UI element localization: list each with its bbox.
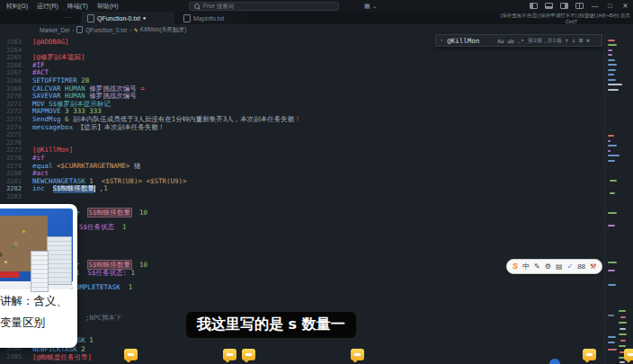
chat-bubble-emoji-icon[interactable] bbox=[624, 349, 633, 360]
menu-item[interactable]: 终端(T) bbox=[63, 2, 93, 11]
code-editor[interactable]: 2263[@ADDBAG]22642265[@修罗副本返回]2266#IF226… bbox=[0, 39, 604, 200]
line-number: 2273 bbox=[0, 116, 22, 124]
match-case-icon[interactable]: Aa bbox=[497, 38, 504, 44]
code-line[interactable]: 2275 bbox=[0, 131, 604, 139]
minimap-mark bbox=[608, 155, 620, 156]
menu-item[interactable]: 运行(R) bbox=[32, 2, 63, 11]
file-icon bbox=[76, 26, 83, 33]
code-token-prp: S$任务状态 bbox=[79, 223, 114, 231]
code-fragment[interactable]: OMPLETETASK 1 bbox=[76, 283, 132, 291]
find-in-selection-icon[interactable]: ⊟ bbox=[579, 37, 583, 44]
minimap[interactable] bbox=[606, 34, 633, 364]
chevron-down-icon: ⌄ bbox=[372, 3, 378, 10]
code-fragment[interactable]: ;NPC脚本下 bbox=[85, 314, 122, 322]
chat-bubble-emoji-icon[interactable] bbox=[351, 349, 364, 360]
minimap-mark bbox=[610, 192, 615, 194]
code-fragment[interactable]: e S$蜘蛛怪数量 10 bbox=[76, 209, 147, 217]
menu-bar: 转到(G)运行(R)终端(T)帮助(H) bbox=[2, 0, 123, 12]
find-expand-icon[interactable]: › bbox=[440, 37, 443, 44]
code-token-cmd: messagebox bbox=[32, 124, 73, 132]
minimap-mark bbox=[619, 322, 627, 324]
handwriting-icon[interactable]: ✎ bbox=[534, 261, 540, 272]
line-number: 2282 bbox=[0, 185, 22, 193]
minimap-mark bbox=[608, 74, 614, 75]
minimap-mark bbox=[608, 160, 615, 162]
card-caption-line1: 讲解：含义、 bbox=[0, 294, 67, 309]
minimap-mark bbox=[608, 342, 615, 343]
line-number: 2267 bbox=[0, 69, 22, 77]
layout-grid-button[interactable]: ▦ ⌄ bbox=[364, 1, 378, 11]
toolbox-icon[interactable]: ⚒ bbox=[590, 261, 596, 272]
regex-icon[interactable]: .* bbox=[518, 38, 524, 44]
minimap-mark bbox=[608, 262, 617, 263]
code-line[interactable]: 2276 bbox=[0, 139, 604, 147]
chat-bubble-emoji-icon[interactable] bbox=[583, 349, 596, 360]
minimap-mark bbox=[619, 345, 626, 347]
toggle-panel-icon[interactable] bbox=[545, 3, 553, 9]
find-input[interactable]: @KillMon bbox=[447, 37, 494, 45]
sogou-logo-icon[interactable]: S bbox=[513, 261, 518, 272]
card-caption-line2: 变量区别 bbox=[0, 315, 45, 331]
code-line[interactable]: 2267#ACT bbox=[0, 69, 604, 77]
code-token-lbl: [@蜘蛛蛋任务引导] bbox=[32, 353, 92, 362]
minimap-mark bbox=[608, 140, 611, 142]
code-token-match: S$蜘蛛怪数量 bbox=[87, 208, 133, 218]
code-fragment[interactable]: 1 S$任务状态: 1 bbox=[76, 269, 135, 277]
breadcrumb: Market_Del › QFunction_0.txt › ϟ KillMon… bbox=[40, 24, 187, 35]
code-fragment[interactable]: S$任务状态 1 bbox=[79, 223, 127, 231]
customize-layout-icon[interactable] bbox=[575, 3, 584, 9]
minimap-mark bbox=[608, 349, 617, 351]
code-line[interactable]: 2279equal <$CURRKTARGETNAME> 猪 bbox=[0, 163, 604, 171]
chat-bubble-emoji-icon[interactable] bbox=[242, 349, 255, 360]
breadcrumb-separator: › bbox=[72, 27, 74, 32]
overlay-hints-line1: [保存查看不合适] [保存申请打不开] [快捷键] [A存+B存] 首页 bbox=[501, 13, 630, 19]
whole-word-icon[interactable]: ab bbox=[507, 38, 513, 44]
code-token-grn: 1 bbox=[127, 269, 135, 277]
breadcrumb-file[interactable]: QFunction_0.txt bbox=[85, 27, 127, 33]
skin-icon[interactable]: 88 bbox=[577, 261, 585, 272]
code-fragment[interactable]: r S$蜘蛛怪数量 10 bbox=[76, 261, 147, 269]
minimap-mark bbox=[620, 361, 625, 363]
toggle-secondary-sidebar-icon[interactable] bbox=[560, 3, 568, 9]
maximize-button[interactable]: □ bbox=[602, 2, 618, 10]
chinese-mode-icon[interactable]: 中 bbox=[522, 261, 530, 272]
subtitle-caption: 我这里写的是 s 数量一 bbox=[186, 312, 356, 338]
check-icon[interactable]: ✓ bbox=[566, 261, 573, 272]
code-line[interactable]: 2277[@KillMon] bbox=[0, 146, 604, 155]
code-line[interactable]: 2283 bbox=[0, 193, 604, 201]
close-button[interactable]: ✕ bbox=[618, 2, 633, 10]
line-number: 2385 bbox=[0, 353, 22, 362]
minimap-mark bbox=[620, 340, 626, 342]
minimap-mark bbox=[619, 333, 627, 335]
code-line[interactable]: 2265[@修罗副本返回] bbox=[0, 54, 604, 62]
minimize-button[interactable]: — bbox=[587, 2, 602, 10]
code-line[interactable]: 2264 bbox=[0, 47, 604, 55]
find-next-icon[interactable]: ↓ bbox=[572, 37, 575, 44]
tab-mapinfo-txt[interactable]: Mapinfo.txt bbox=[177, 12, 249, 24]
find-close-icon[interactable]: ✕ bbox=[586, 37, 590, 44]
chat-bubble-emoji-icon[interactable] bbox=[124, 349, 138, 360]
find-previous-icon[interactable]: ↑ bbox=[565, 37, 568, 44]
menu-item[interactable]: 转到(G) bbox=[2, 2, 32, 11]
minimap-mark bbox=[608, 270, 615, 271]
breadcrumb-symbol[interactable]: KillMon(杀死触发) bbox=[140, 26, 187, 34]
tab-overflow-icon[interactable]: ··· bbox=[63, 13, 73, 22]
chat-bubble-emoji-icon[interactable] bbox=[223, 349, 236, 360]
keyboard-icon[interactable]: ▤ bbox=[556, 261, 563, 272]
code-line[interactable]: 2282inc S$蜘蛛怪数量 ,1 bbox=[0, 185, 604, 193]
menu-item[interactable]: 帮助(H) bbox=[93, 2, 123, 11]
tab-qfunction-0-txt[interactable]: QFunction-0.txt● bbox=[81, 12, 174, 24]
code-line[interactable]: 2266#IF bbox=[0, 62, 604, 70]
breadcrumb-root[interactable]: Market_Del bbox=[40, 27, 69, 33]
code-token-cmd: r bbox=[76, 261, 88, 269]
toggle-sidebar-icon[interactable] bbox=[530, 3, 538, 9]
line-number: 2264 bbox=[0, 47, 22, 55]
code-line[interactable]: 2385[@蜘蛛蛋任务引导] bbox=[0, 353, 92, 362]
command-center-search[interactable]: Fnvr 搜索词 bbox=[189, 2, 339, 11]
code-line[interactable]: 2274messagebox 【提示】本次副本任务失败！ bbox=[0, 124, 604, 132]
video-overlay-card[interactable]: 讲解：含义、 变量区别 bbox=[0, 204, 77, 348]
minimap-mark bbox=[608, 44, 617, 46]
line-number: 2277 bbox=[0, 146, 22, 155]
settings-icon[interactable]: ⚙ bbox=[545, 261, 551, 272]
floating-blue-dot[interactable] bbox=[549, 359, 560, 364]
